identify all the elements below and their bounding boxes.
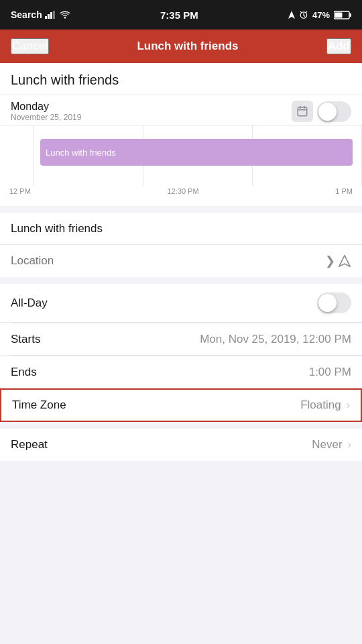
calendar-date-info: Monday November 25, 2019 [11, 101, 81, 122]
timezone-label: Time Zone [12, 398, 66, 412]
timezone-row[interactable]: Time Zone Floating › [0, 388, 362, 422]
calendar-header: Monday November 25, 2019 [0, 95, 362, 125]
event-title-preview: Lunch with friends [0, 72, 362, 95]
svg-line-9 [306, 11, 307, 13]
nav-bar: Cancel Lunch with friends Add [0, 30, 362, 63]
location-arrow-icon: ❯ [325, 254, 335, 268]
ends-value: 1:00 PM [309, 366, 351, 379]
all-day-row: All-Day [0, 284, 362, 323]
location-row: ❯ [0, 245, 362, 277]
wifi-icon [60, 11, 70, 19]
repeat-row[interactable]: Repeat Never › [0, 429, 362, 461]
status-right: 47% [288, 10, 351, 20]
cancel-button[interactable]: Cancel [11, 38, 49, 54]
time-label-1230pm: 12:30 PM [168, 187, 199, 195]
svg-rect-1 [48, 14, 50, 19]
event-title-row [0, 213, 362, 245]
calendar-day: Monday [11, 101, 81, 113]
event-title-input[interactable] [11, 222, 351, 235]
location-send-icon [338, 254, 351, 268]
event-block-title: Lunch with friends [46, 148, 116, 158]
repeat-chevron-icon: › [348, 439, 351, 451]
calendar-icon-button[interactable] [292, 101, 313, 122]
nav-title: Lunch with friends [137, 40, 238, 53]
calendar-icon [296, 105, 308, 117]
svg-line-7 [304, 15, 305, 17]
repeat-value: Never › [312, 438, 351, 451]
status-time: 7:35 PM [160, 9, 198, 21]
svg-rect-12 [350, 13, 352, 17]
calendar-full-date: November 25, 2019 [11, 113, 81, 122]
time-grid: Lunch with friends 12 PM 12:30 PM 1 PM [0, 125, 362, 206]
starts-label: Starts [11, 333, 40, 346]
starts-row[interactable]: Starts Mon, Nov 25, 2019, 12:00 PM [0, 323, 362, 356]
event-block[interactable]: Lunch with friends [40, 139, 353, 166]
view-toggle[interactable] [317, 101, 351, 122]
battery-icon [334, 11, 351, 19]
ends-label: Ends [11, 366, 37, 379]
battery-label: 47% [312, 10, 330, 20]
status-bar: Search 7:35 PM 47% [0, 0, 362, 30]
svg-rect-0 [45, 16, 47, 19]
add-button[interactable]: Add [326, 38, 351, 54]
alarm-icon [299, 10, 308, 19]
signal-icon [45, 11, 57, 19]
time-label-12pm: 12 PM [9, 187, 31, 195]
all-day-label: All-Day [11, 297, 48, 310]
starts-value: Mon, Nov 25, 2019, 12:00 PM [200, 333, 351, 346]
form-section-time: All-Day Starts Mon, Nov 25, 2019, 12:00 … [0, 284, 362, 422]
timezone-value: Floating › [300, 398, 350, 412]
calendar-view-controls [292, 101, 351, 122]
status-left: Search [11, 9, 70, 20]
location-status-icon [288, 11, 295, 19]
timezone-chevron-icon: › [347, 399, 350, 411]
form-section-repeat: Repeat Never › [0, 429, 362, 461]
carrier-label: Search [11, 9, 42, 20]
svg-point-4 [64, 17, 66, 18]
svg-rect-2 [50, 12, 52, 19]
svg-line-8 [300, 11, 302, 13]
calendar-widget: Monday November 25, 2019 [0, 95, 362, 206]
location-input[interactable] [11, 254, 320, 268]
ends-row[interactable]: Ends 1:00 PM [0, 356, 362, 388]
form-section-title-location: ❯ [0, 213, 362, 277]
all-day-toggle[interactable] [317, 292, 351, 313]
calendar-preview-section: Lunch with friends Monday November 25, 2… [0, 63, 362, 206]
time-label-1pm: 1 PM [335, 187, 353, 195]
repeat-label: Repeat [11, 438, 48, 451]
svg-rect-3 [53, 11, 55, 19]
svg-rect-11 [335, 12, 343, 17]
svg-rect-13 [298, 107, 307, 116]
